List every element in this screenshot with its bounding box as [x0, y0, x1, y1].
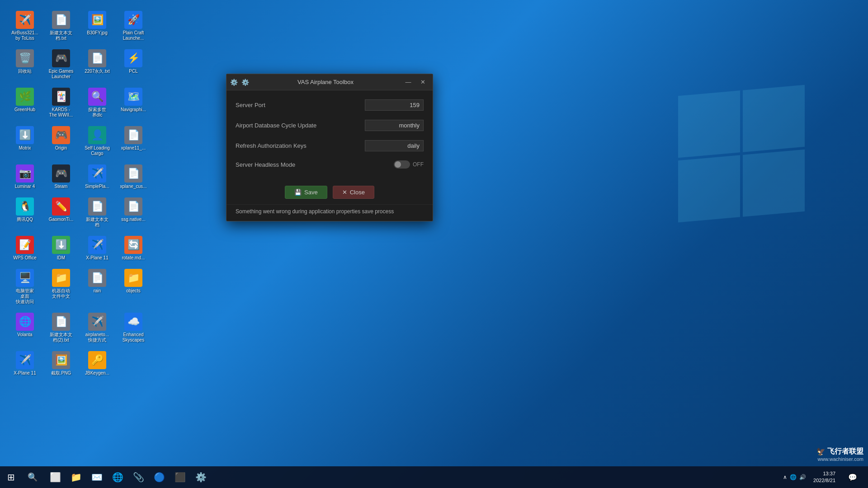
- desktop-icon-volanta[interactable]: 🌐 Volanta: [9, 311, 41, 345]
- icon-label-rotatemd: rotate.md...: [122, 255, 145, 261]
- desktop-icon-tengxunqq[interactable]: 🐧 腾讯QQ: [9, 196, 41, 230]
- icon-img-greenhub: 🌿: [16, 88, 34, 106]
- taskbar-apps: ⬜📁✉️🌐📎🔵⬛⚙️: [43, 467, 778, 487]
- icon-label-recover: 回收站: [18, 69, 32, 74]
- taskbar-app-explorer[interactable]: 📁: [66, 467, 86, 487]
- icon-label-ssgnative: ssg.native...: [121, 217, 145, 222]
- start-button[interactable]: ⊞: [0, 466, 22, 488]
- icon-label-jbkeygen: JBKeygen...: [85, 371, 109, 376]
- taskbar-app-taskview[interactable]: ⬜: [45, 467, 65, 487]
- desktop-icon-rain[interactable]: 📄 rain: [81, 267, 113, 306]
- airport-db-cycle-row: Airport Database Cycle Update: [236, 120, 424, 131]
- desktop-icon-jiequ[interactable]: 🖼️ 截取.PNG: [45, 349, 77, 378]
- dialog-minimize-button[interactable]: —: [402, 77, 415, 87]
- dialog-close-button[interactable]: ✕: [416, 77, 429, 87]
- systray: ∧ 🌐 🔊: [783, 474, 806, 480]
- icon-label-xplane11b: X-Plane 11: [86, 255, 108, 261]
- icon-label-volanta: Volanta: [17, 332, 32, 338]
- icon-label-steam: Steam: [55, 184, 68, 189]
- desktop-icon-diannaozk[interactable]: 🖥️ 电脑管家桌面快速访问: [9, 267, 41, 306]
- icon-img-idm: ⬇️: [52, 236, 70, 254]
- desktop-icon-greenhub[interactable]: 🌿 GreenHub: [9, 86, 41, 120]
- taskbar-app-office[interactable]: 📎: [128, 467, 148, 487]
- icon-img-b30fy: 🖼️: [88, 11, 106, 29]
- volume-icon[interactable]: 🔊: [799, 474, 806, 480]
- dialog-settings-icon2[interactable]: ⚙️: [241, 79, 249, 86]
- icon-img-wps: 📝: [16, 236, 34, 254]
- notification-button[interactable]: 💬: [843, 467, 863, 487]
- icon-img-volanta: 🌐: [16, 313, 34, 331]
- desktop-icon-xplane11c[interactable]: ✈️ X-Plane 11: [9, 349, 41, 378]
- desktop-icon-idm[interactable]: ⬇️ IDM: [45, 234, 77, 263]
- desktop-icon-2207txt[interactable]: 📄 2207永久.txt: [81, 47, 113, 81]
- taskbar-app-settings[interactable]: ⚙️: [191, 467, 211, 487]
- taskbar-app-mail[interactable]: ✉️: [87, 467, 107, 487]
- save-button[interactable]: 💾 Save: [285, 186, 327, 199]
- desktop-icon-rotatemd[interactable]: 🔄 rotate.md...: [118, 234, 149, 263]
- airport-db-cycle-label: Airport Database Cycle Update: [236, 122, 365, 129]
- taskbar-app-terminal[interactable]: ⬛: [170, 467, 190, 487]
- icon-label-enhancedskyscapes: EnhancedSkyscapes: [123, 332, 144, 343]
- dialog-title-left: ⚙️ ⚙️: [230, 79, 249, 86]
- icon-label-motrix: Motrix: [19, 145, 31, 151]
- desktop-icon-xplane11b[interactable]: ✈️ X-Plane 11: [81, 234, 113, 263]
- desktop-icon-motrix[interactable]: ⬇️ Motrix: [9, 124, 41, 158]
- desktop-icon-selfloading[interactable]: 👤 Self LoadingCargo: [81, 124, 113, 158]
- desktop-icon-airbuss321[interactable]: ✈️ AirBuss321...by ToLiss: [9, 9, 41, 43]
- desktop-icon-ssgnative[interactable]: 📄 ssg.native...: [118, 196, 149, 230]
- desktop-icon-newtxt2[interactable]: 📄 新建文本文档: [81, 196, 113, 230]
- watermark: 🦅 飞行者联盟 www.wachiniser.com: [816, 447, 863, 462]
- desktop-icon-b30fy[interactable]: 🖼️ B30FY.jpg: [81, 9, 113, 43]
- desktop-icon-origin[interactable]: 🎮 Origin: [45, 124, 77, 158]
- taskbar-clock[interactable]: 13:37 2022/8/21: [810, 470, 839, 484]
- icon-img-plaincraft: 🚀: [124, 11, 142, 29]
- icon-img-diannaozk: 🖥️: [16, 269, 34, 287]
- taskbar-app-icon-taskview: ⬜: [50, 472, 61, 483]
- desktop-icon-navigraph[interactable]: 🗺️ Navigraphi...: [118, 86, 149, 120]
- taskbar-app-icon-browser: 🔵: [154, 472, 165, 483]
- desktop-icon-xplane11[interactable]: 📄 xplane11_...: [118, 124, 149, 158]
- close-icon: ✕: [342, 189, 347, 196]
- desktop-icon-luminar4[interactable]: 📷 Luminar 4: [9, 163, 41, 191]
- icon-label-epicgames: Epic GamesLauncher: [49, 69, 73, 80]
- icon-label-gaomontian: GaomonTi...: [49, 217, 74, 222]
- icon-label-navigraph: Navigraphi...: [121, 107, 146, 113]
- desktop-icon-wps[interactable]: 📝 WPS Office: [9, 234, 41, 263]
- desktop-icon-simpleplanes[interactable]: ✈️ SimplePla...: [81, 163, 113, 191]
- desktop-icon-discover[interactable]: 🔍 探索多世界dlc: [81, 86, 113, 120]
- desktop-icon-recover[interactable]: 🗑️ 回收站: [9, 47, 41, 81]
- dialog-settings-icon1[interactable]: ⚙️: [230, 79, 238, 86]
- desktop-icon-newtxt1[interactable]: 📄 新建文本文档.txt: [45, 9, 77, 43]
- server-headless-toggle[interactable]: [394, 160, 410, 169]
- desktop-icon-jisuanfujx[interactable]: 📁 机器自动文件中文: [45, 267, 77, 306]
- desktop-icon-pcl[interactable]: ⚡ PCL: [118, 47, 149, 81]
- desktop-icon-enhancedskyscapes[interactable]: ☁️ EnhancedSkyscapes: [118, 311, 149, 345]
- desktop-icon-newtxt3[interactable]: 📄 新建文本文档(2).txt: [45, 311, 77, 345]
- icon-img-rotatemd: 🔄: [124, 236, 142, 254]
- desktop-icon-kards[interactable]: 🃏 KARDS -The WWII...: [45, 86, 77, 120]
- taskbar-app-browser[interactable]: 🔵: [149, 467, 169, 487]
- desktop-icon-airplanetojp[interactable]: ✈️ airplaneto...快捷方式: [81, 311, 113, 345]
- dialog-title-controls: — ✕: [402, 77, 429, 87]
- desktop-icon-gaomontian[interactable]: ✏️ GaomonTi...: [45, 196, 77, 230]
- close-dialog-button[interactable]: ✕ Close: [333, 186, 374, 199]
- notification-icon: 💬: [848, 473, 857, 482]
- desktop-icon-steam[interactable]: 🎮 Steam: [45, 163, 77, 191]
- refresh-auth-keys-input[interactable]: [365, 140, 424, 151]
- icon-img-xplane11c: ✈️: [16, 351, 34, 369]
- icon-img-gaomontian: ✏️: [52, 197, 70, 216]
- desktop-icon-plaincraft[interactable]: 🚀 Plain CraftLaunche...: [118, 9, 149, 43]
- taskbar-search-button[interactable]: 🔍: [22, 466, 43, 488]
- server-port-input[interactable]: [365, 99, 424, 111]
- taskbar-app-icon-terminal: ⬛: [175, 472, 186, 483]
- icon-label-wps: WPS Office: [13, 255, 37, 261]
- desktop-icon-epicgames[interactable]: 🎮 Epic GamesLauncher: [45, 47, 77, 81]
- desktop-icon-objects[interactable]: 📁 objects: [118, 267, 149, 306]
- network-icon[interactable]: 🌐: [790, 474, 797, 480]
- desktop-icon-xplanecust[interactable]: 📄 xplane_cus...: [118, 163, 149, 191]
- systray-up-arrow[interactable]: ∧: [783, 474, 787, 480]
- airport-db-cycle-input[interactable]: [365, 120, 424, 131]
- taskbar-app-edge[interactable]: 🌐: [108, 467, 127, 487]
- desktop-icon-jbkeygen[interactable]: 🔑 JBKeygen...: [81, 349, 113, 378]
- icon-label-newtxt3: 新建文本文档(2).txt: [50, 332, 72, 343]
